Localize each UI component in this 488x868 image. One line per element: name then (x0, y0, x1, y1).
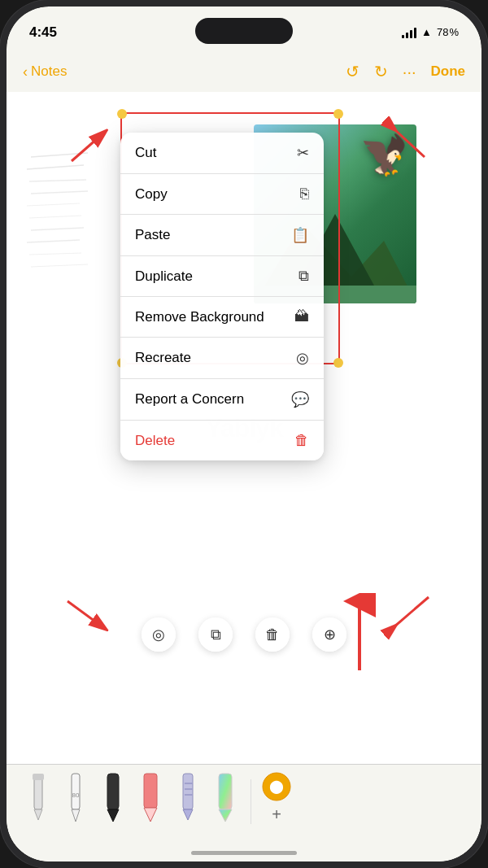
svg-marker-26 (144, 808, 157, 822)
menu-item-paste[interactable]: Paste 📋 (120, 215, 324, 256)
arrow-bottom-left (51, 589, 124, 638)
svg-marker-18 (34, 809, 42, 820)
arrow-top-right (376, 116, 441, 165)
nav-bar: ‹ Notes ↺ ↻ ··· Done (7, 51, 481, 92)
nav-back-button[interactable]: ‹ Notes (23, 63, 67, 81)
scissors-icon: ✂ (297, 144, 309, 162)
menu-item-copy[interactable]: Copy ⎘ (120, 174, 324, 215)
svg-line-4 (27, 203, 80, 206)
toolbar-separator (251, 779, 251, 824)
battery-icon: 78% (437, 26, 459, 38)
menu-paste-label: Paste (135, 227, 170, 243)
svg-line-5 (29, 216, 81, 218)
redo-icon[interactable]: ↻ (374, 62, 388, 81)
floating-delete-button[interactable]: 🗑 (255, 617, 290, 652)
nav-back-label: Notes (31, 63, 67, 80)
trash-icon: 🗑 (294, 432, 309, 449)
done-button[interactable]: Done (431, 63, 466, 80)
menu-cut-label: Cut (135, 145, 156, 161)
menu-report-label: Report a Concern (135, 391, 244, 408)
svg-text:80: 80 (72, 792, 80, 799)
floating-duplicate-button[interactable]: ⧉ (198, 617, 233, 652)
content-area: Yablyk 🦅 (7, 92, 481, 764)
bottom-toolbar: 80 (7, 764, 481, 861)
svg-text:⬤: ⬤ (269, 779, 284, 794)
svg-rect-27 (183, 774, 193, 809)
eraser-tool[interactable] (135, 771, 166, 824)
phone-screen: 4:45 ▲ 78% ‹ Notes ↺ (7, 7, 481, 861)
svg-rect-17 (34, 775, 42, 809)
wifi-icon: ▲ (421, 26, 432, 38)
handle-tl[interactable] (117, 109, 127, 119)
svg-line-14 (394, 129, 425, 157)
phone-frame: 4:45 ▲ 78% ‹ Notes ↺ (0, 0, 488, 868)
svg-line-3 (31, 191, 88, 194)
menu-item-duplicate[interactable]: Duplicate ⧉ (120, 256, 324, 297)
pen-tool-1[interactable] (23, 771, 54, 824)
undo-icon[interactable]: ↺ (346, 62, 359, 81)
svg-line-2 (29, 180, 86, 181)
sketch-tool[interactable] (172, 771, 203, 824)
svg-rect-32 (219, 774, 232, 809)
handle-br[interactable] (333, 358, 343, 368)
svg-rect-25 (144, 774, 157, 808)
home-indicator (191, 851, 297, 855)
copy-icon: ⎘ (300, 185, 309, 203)
arrow-top-left (55, 120, 120, 169)
svg-rect-19 (33, 774, 44, 780)
color-wheel[interactable]: ⬤ (261, 771, 292, 802)
drawing-tools-row: 80 (7, 765, 481, 831)
menu-item-report[interactable]: Report a Concern 💬 (120, 379, 324, 421)
menu-recreate-label: Recreate (135, 350, 191, 366)
menu-delete-label: Delete (135, 433, 175, 449)
pen-tool-3[interactable] (98, 771, 129, 824)
menu-item-delete[interactable]: Delete 🗑 (120, 421, 324, 460)
svg-line-16 (394, 597, 429, 627)
signal-icon (402, 27, 416, 38)
dynamic-island (195, 18, 293, 44)
menu-item-remove-background[interactable]: Remove Background 🏔 (120, 297, 324, 338)
add-tool-button[interactable]: + (272, 805, 281, 824)
menu-remove-background-label: Remove Background (135, 309, 264, 325)
pen-tool-2[interactable]: 80 (60, 771, 91, 824)
more-icon[interactable]: ··· (403, 63, 416, 81)
arrow-up-to-button (327, 593, 392, 674)
recreate-icon: ◎ (296, 349, 309, 367)
chevron-left-icon: ‹ (23, 63, 28, 81)
handle-tr[interactable] (333, 109, 343, 119)
svg-line-7 (27, 240, 80, 242)
svg-line-15 (68, 601, 104, 628)
color-gradient-tool[interactable] (210, 771, 241, 824)
menu-item-cut[interactable]: Cut ✂ (120, 133, 324, 174)
remove-background-icon: 🏔 (294, 308, 309, 325)
nav-actions: ↺ ↻ ··· Done (346, 62, 465, 81)
status-icons: ▲ 78% (402, 26, 459, 38)
menu-item-recreate[interactable]: Recreate ◎ (120, 338, 324, 379)
svg-line-9 (31, 264, 88, 267)
paste-icon: 📋 (291, 226, 309, 244)
duplicate-icon: ⧉ (298, 268, 309, 285)
svg-rect-23 (107, 774, 119, 809)
svg-marker-21 (72, 809, 80, 822)
context-menu: Cut ✂ Copy ⎘ Paste 📋 Duplicate ⧉ Remove … (120, 133, 324, 460)
svg-marker-24 (107, 809, 119, 822)
menu-duplicate-label: Duplicate (135, 268, 193, 285)
svg-line-6 (31, 228, 84, 230)
status-time: 4:45 (29, 24, 57, 41)
floating-recreate-button[interactable]: ◎ (142, 617, 176, 652)
color-picker-area: ⬤ + (261, 771, 292, 824)
report-icon: 💬 (291, 390, 309, 408)
menu-copy-label: Copy (135, 186, 168, 203)
svg-line-8 (29, 253, 81, 255)
svg-marker-33 (219, 809, 232, 822)
svg-line-13 (72, 133, 104, 161)
svg-marker-31 (183, 809, 193, 820)
